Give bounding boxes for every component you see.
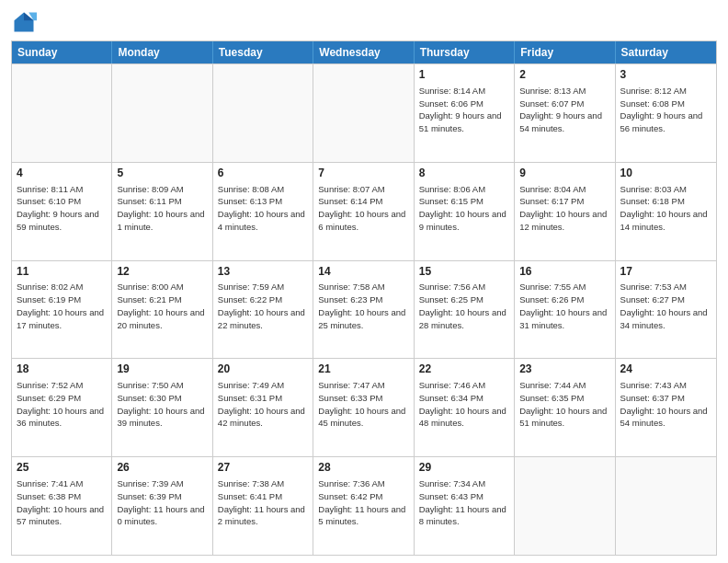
day-info: Sunrise: 8:13 AM Sunset: 6:07 PM Dayligh… (519, 85, 609, 135)
day-info: Sunrise: 8:14 AM Sunset: 6:06 PM Dayligh… (419, 85, 509, 135)
day-info: Sunrise: 7:53 AM Sunset: 6:27 PM Dayligh… (620, 281, 711, 331)
day-info: Sunrise: 8:03 AM Sunset: 6:18 PM Dayligh… (620, 183, 711, 234)
header-day-wednesday: Wednesday (313, 41, 414, 63)
cal-cell: 17Sunrise: 7:53 AM Sunset: 6:27 PM Dayli… (616, 261, 716, 359)
cal-cell: 12Sunrise: 8:00 AM Sunset: 6:21 PM Dayli… (112, 261, 212, 359)
header-day-thursday: Thursday (415, 41, 515, 63)
cal-cell: 5Sunrise: 8:09 AM Sunset: 6:11 PM Daylig… (112, 163, 212, 260)
day-number: 12 (117, 264, 207, 280)
cal-cell: 1Sunrise: 8:14 AM Sunset: 6:06 PM Daylig… (415, 64, 515, 162)
calendar: SundayMondayTuesdayWednesdayThursdayFrid… (11, 40, 717, 556)
day-number: 5 (117, 166, 207, 181)
day-info: Sunrise: 7:50 AM Sunset: 6:30 PM Dayligh… (117, 379, 207, 430)
day-number: 15 (419, 264, 509, 280)
cal-cell: 9Sunrise: 8:04 AM Sunset: 6:17 PM Daylig… (515, 163, 615, 260)
header-day-saturday: Saturday (616, 41, 716, 63)
day-number: 16 (519, 264, 609, 280)
header-day-friday: Friday (515, 41, 615, 63)
day-info: Sunrise: 8:08 AM Sunset: 6:13 PM Dayligh… (218, 183, 308, 234)
cal-cell: 22Sunrise: 7:46 AM Sunset: 6:34 PM Dayli… (415, 359, 515, 456)
day-number: 11 (17, 264, 107, 280)
week-row-4: 18Sunrise: 7:52 AM Sunset: 6:29 PM Dayli… (12, 358, 716, 456)
day-info: Sunrise: 7:38 AM Sunset: 6:41 PM Dayligh… (218, 477, 308, 528)
cal-cell: 11Sunrise: 8:02 AM Sunset: 6:19 PM Dayli… (12, 261, 112, 359)
cal-cell (515, 457, 615, 555)
week-row-5: 25Sunrise: 7:41 AM Sunset: 6:38 PM Dayli… (12, 456, 716, 555)
day-info: Sunrise: 8:02 AM Sunset: 6:19 PM Dayligh… (17, 281, 107, 331)
day-number: 24 (620, 362, 711, 377)
day-number: 8 (419, 166, 509, 181)
day-info: Sunrise: 7:58 AM Sunset: 6:23 PM Dayligh… (318, 281, 408, 331)
day-number: 4 (17, 166, 107, 181)
cal-cell: 16Sunrise: 7:55 AM Sunset: 6:26 PM Dayli… (515, 261, 615, 359)
header-day-tuesday: Tuesday (213, 41, 313, 63)
day-info: Sunrise: 8:04 AM Sunset: 6:17 PM Dayligh… (519, 183, 609, 234)
cal-cell: 27Sunrise: 7:38 AM Sunset: 6:41 PM Dayli… (213, 457, 313, 555)
logo (11, 9, 40, 35)
day-number: 3 (620, 67, 711, 83)
day-info: Sunrise: 7:44 AM Sunset: 6:35 PM Dayligh… (519, 379, 609, 430)
cal-cell (12, 64, 112, 162)
cal-cell (616, 457, 716, 555)
day-info: Sunrise: 7:59 AM Sunset: 6:22 PM Dayligh… (218, 281, 308, 331)
cal-cell: 8Sunrise: 8:06 AM Sunset: 6:15 PM Daylig… (415, 163, 515, 260)
cal-cell: 26Sunrise: 7:39 AM Sunset: 6:39 PM Dayli… (112, 457, 212, 555)
cal-cell: 7Sunrise: 8:07 AM Sunset: 6:14 PM Daylig… (313, 163, 414, 260)
day-number: 25 (17, 460, 107, 476)
day-number: 10 (620, 166, 711, 181)
week-row-1: 1Sunrise: 8:14 AM Sunset: 6:06 PM Daylig… (12, 63, 716, 162)
cal-cell: 18Sunrise: 7:52 AM Sunset: 6:29 PM Dayli… (12, 359, 112, 456)
day-info: Sunrise: 8:09 AM Sunset: 6:11 PM Dayligh… (117, 183, 207, 234)
calendar-body: 1Sunrise: 8:14 AM Sunset: 6:06 PM Daylig… (12, 63, 716, 555)
day-number: 9 (519, 166, 609, 181)
day-info: Sunrise: 7:39 AM Sunset: 6:39 PM Dayligh… (117, 477, 207, 528)
day-number: 7 (318, 166, 408, 181)
day-number: 23 (519, 362, 609, 377)
header-day-sunday: Sunday (12, 41, 112, 63)
cal-cell: 19Sunrise: 7:50 AM Sunset: 6:30 PM Dayli… (112, 359, 212, 456)
calendar-header-row: SundayMondayTuesdayWednesdayThursdayFrid… (12, 41, 716, 63)
cal-cell (112, 64, 212, 162)
cal-cell: 21Sunrise: 7:47 AM Sunset: 6:33 PM Dayli… (313, 359, 414, 456)
cal-cell: 14Sunrise: 7:58 AM Sunset: 6:23 PM Dayli… (313, 261, 414, 359)
cal-cell: 2Sunrise: 8:13 AM Sunset: 6:07 PM Daylig… (515, 64, 615, 162)
day-info: Sunrise: 7:43 AM Sunset: 6:37 PM Dayligh… (620, 379, 711, 430)
day-number: 28 (318, 460, 408, 476)
cal-cell: 28Sunrise: 7:36 AM Sunset: 6:42 PM Dayli… (313, 457, 414, 555)
cal-cell: 15Sunrise: 7:56 AM Sunset: 6:25 PM Dayli… (415, 261, 515, 359)
day-number: 20 (218, 362, 308, 377)
cal-cell: 3Sunrise: 8:12 AM Sunset: 6:08 PM Daylig… (616, 64, 716, 162)
header-day-monday: Monday (112, 41, 212, 63)
header (11, 9, 717, 35)
page: SundayMondayTuesdayWednesdayThursdayFrid… (0, 0, 728, 563)
day-number: 29 (419, 460, 509, 476)
day-info: Sunrise: 7:46 AM Sunset: 6:34 PM Dayligh… (419, 379, 509, 430)
day-info: Sunrise: 7:41 AM Sunset: 6:38 PM Dayligh… (17, 477, 107, 528)
cal-cell: 4Sunrise: 8:11 AM Sunset: 6:10 PM Daylig… (12, 163, 112, 260)
day-number: 26 (117, 460, 207, 476)
cal-cell (313, 64, 414, 162)
cal-cell: 29Sunrise: 7:34 AM Sunset: 6:43 PM Dayli… (415, 457, 515, 555)
day-info: Sunrise: 8:11 AM Sunset: 6:10 PM Dayligh… (17, 183, 107, 234)
day-info: Sunrise: 7:52 AM Sunset: 6:29 PM Dayligh… (17, 379, 107, 430)
day-info: Sunrise: 8:00 AM Sunset: 6:21 PM Dayligh… (117, 281, 207, 331)
cal-cell: 20Sunrise: 7:49 AM Sunset: 6:31 PM Dayli… (213, 359, 313, 456)
cal-cell (213, 64, 313, 162)
cal-cell: 25Sunrise: 7:41 AM Sunset: 6:38 PM Dayli… (12, 457, 112, 555)
day-number: 19 (117, 362, 207, 377)
week-row-3: 11Sunrise: 8:02 AM Sunset: 6:19 PM Dayli… (12, 260, 716, 359)
day-info: Sunrise: 8:12 AM Sunset: 6:08 PM Dayligh… (620, 85, 711, 135)
day-number: 21 (318, 362, 408, 377)
day-number: 13 (218, 264, 308, 280)
cal-cell: 6Sunrise: 8:08 AM Sunset: 6:13 PM Daylig… (213, 163, 313, 260)
day-number: 6 (218, 166, 308, 181)
day-info: Sunrise: 7:49 AM Sunset: 6:31 PM Dayligh… (218, 379, 308, 430)
day-number: 17 (620, 264, 711, 280)
cal-cell: 13Sunrise: 7:59 AM Sunset: 6:22 PM Dayli… (213, 261, 313, 359)
week-row-2: 4Sunrise: 8:11 AM Sunset: 6:10 PM Daylig… (12, 162, 716, 260)
logo-icon (11, 9, 37, 35)
cal-cell: 23Sunrise: 7:44 AM Sunset: 6:35 PM Dayli… (515, 359, 615, 456)
day-number: 2 (519, 67, 609, 83)
day-info: Sunrise: 8:07 AM Sunset: 6:14 PM Dayligh… (318, 183, 408, 234)
day-number: 18 (17, 362, 107, 377)
